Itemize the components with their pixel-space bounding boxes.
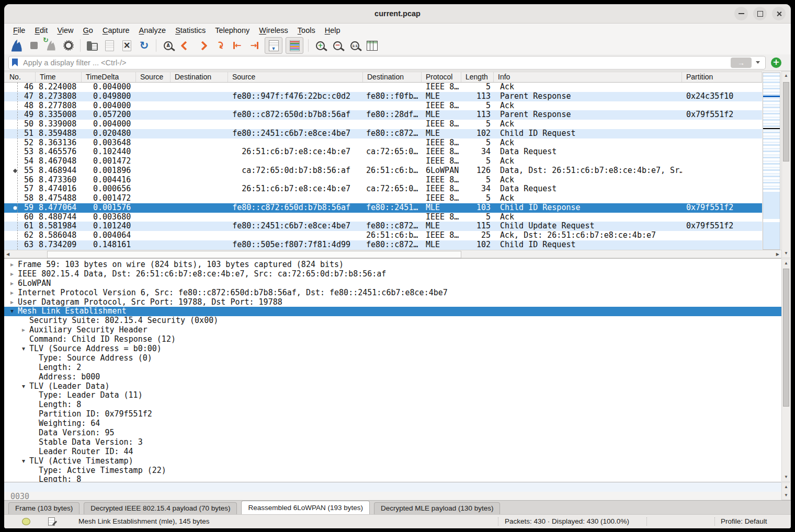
auto-scroll-icon[interactable] (265, 37, 282, 54)
stop-capture-icon[interactable] (27, 38, 41, 53)
add-filter-button[interactable] (771, 57, 781, 68)
packet-row-51[interactable]: 518.3594880.020480fe80::2451:c6b7:e8ce:4… (4, 129, 762, 138)
packet-row-49[interactable]: 498.3350080.057200fe80::c872:650d:b7b8:5… (4, 110, 762, 120)
detail-line[interactable]: Security Suite: 802.15.4 Security (0x00) (4, 316, 781, 326)
menu-go[interactable]: Go (78, 25, 98, 36)
expand-icon[interactable]: ▸ (10, 279, 14, 288)
detail-line[interactable]: ▾Mesh Link Establishment (4, 307, 781, 316)
expand-icon[interactable]: ▸ (10, 270, 14, 279)
column-header-0[interactable]: No. (4, 72, 36, 82)
packet-row-55[interactable]: 558.4689440.001896ca:72:65:0d:b7:b8:56:a… (4, 166, 762, 176)
menu-telephony[interactable]: Telephony (210, 25, 254, 36)
scroll-up-icon[interactable]: ▲ (782, 484, 790, 490)
detail-line[interactable]: Partition ID: 0x79f551f2 (4, 410, 781, 419)
bytes-tab-2[interactable]: Reassembled 6LoWPAN (193 bytes) (241, 501, 370, 514)
previous-packet-icon[interactable] (178, 38, 192, 53)
zoom-out-icon[interactable] (331, 38, 345, 53)
menu-capture[interactable]: Capture (98, 25, 134, 36)
open-file-icon[interactable] (85, 38, 99, 53)
packet-row-56[interactable]: 568.4733600.004416IEEE 8…5Ack (4, 176, 762, 185)
packet-list-scrollbar[interactable]: ▲ ▼ (781, 71, 791, 258)
expand-icon[interactable]: ▸ (10, 288, 14, 298)
save-file-icon[interactable] (103, 38, 117, 53)
zoom-original-icon[interactable] (348, 38, 362, 53)
detail-line[interactable]: Length: 8 (4, 475, 781, 482)
column-header-9[interactable]: Info (494, 72, 682, 82)
packet-row-46[interactable]: 468.2240080.004000IEEE 8…5Ack (4, 83, 762, 92)
collapse-icon[interactable]: ▾ (10, 307, 14, 316)
menu-tools[interactable]: Tools (293, 25, 320, 36)
intelligent-scrollbar-minimap[interactable] (763, 72, 780, 250)
scroll-down-icon[interactable]: ▼ (782, 250, 790, 257)
expand-icon[interactable]: ▸ (10, 260, 14, 270)
status-profile[interactable]: Profile: Default (721, 517, 767, 525)
detail-line[interactable]: Data Version: 95 (4, 429, 781, 438)
packet-row-48[interactable]: 488.2778080.004000IEEE 8…5Ack (4, 101, 762, 111)
expert-info-icon[interactable] (22, 518, 30, 525)
packet-row-52[interactable]: 528.3631360.003648IEEE 8…5Ack (4, 138, 762, 148)
packet-row-50[interactable]: 508.3390080.004000IEEE 8…5Ack (4, 120, 762, 129)
go-to-packet-icon[interactable] (213, 38, 227, 53)
detail-line[interactable]: Length: 8 (4, 400, 781, 410)
packet-row-59[interactable]: 598.4770640.001576fe80::c872:650d:b7b8:5… (4, 203, 762, 213)
scroll-down-icon[interactable]: ▼ (782, 474, 790, 480)
detail-line[interactable]: Stable Data Version: 3 (4, 438, 781, 447)
detail-line[interactable]: Weighting: 64 (4, 419, 781, 429)
last-packet-icon[interactable]: → (247, 38, 262, 53)
scroll-left-icon[interactable]: ◀ (6, 251, 9, 258)
packet-row-61[interactable]: 618.5819840.101240fe80::2451:c6b7:e8ce:4… (4, 222, 762, 231)
detail-line[interactable]: Type: Leader Data (11) (4, 391, 781, 400)
bytes-tab-3[interactable]: Decrypted MLE payload (130 bytes) (374, 502, 500, 514)
packet-row-62[interactable]: 628.5860480.00406426:51:c6:b…IEEE 8…25Ac… (4, 231, 762, 240)
bytes-scrollbar[interactable]: ▲ ▼ (781, 482, 791, 500)
column-header-6[interactable]: Destination (363, 72, 422, 82)
packet-row-53[interactable]: 538.4655760.10244026:51:c6:b7:e8:ce:4b:e… (4, 147, 762, 157)
menu-view[interactable]: View (52, 25, 78, 36)
packet-list-hscrollbar[interactable]: ◀ ▶ (4, 250, 781, 258)
detail-line[interactable]: ▾TLV (Leader Data) (4, 382, 781, 391)
bytes-tab-0[interactable]: Frame (103 bytes) (8, 502, 80, 514)
expand-icon[interactable]: ▸ (10, 298, 14, 307)
column-header-5[interactable]: Source (228, 72, 363, 82)
filter-dropdown-caret[interactable] (756, 61, 760, 64)
column-header-8[interactable]: Length (461, 72, 494, 82)
column-header-2[interactable]: TimeDelta (82, 72, 136, 82)
capture-comment-icon[interactable] (48, 517, 55, 526)
colorize-packets-icon[interactable] (286, 37, 303, 54)
detail-line[interactable]: ▸User Datagram Protocol, Src Port: 19788… (4, 298, 781, 307)
packet-row-58[interactable]: 588.4754880.001472IEEE 8…5Ack (4, 194, 762, 203)
column-header-4[interactable]: Destination (171, 72, 228, 82)
column-header-7[interactable]: Protocol (422, 72, 461, 82)
expand-icon[interactable]: ▸ (22, 326, 25, 335)
packet-row-57[interactable]: 578.4740160.00065626:51:c6:b7:e8:ce:4b:e… (4, 184, 762, 194)
collapse-icon[interactable]: ▾ (22, 382, 25, 391)
menu-file[interactable]: File (8, 25, 30, 36)
menu-statistics[interactable]: Statistics (171, 25, 210, 36)
packet-row-47[interactable]: 478.2738080.049800fe80::947f:f476:22bc:c… (4, 92, 762, 101)
zoom-in-icon[interactable] (313, 38, 327, 53)
detail-line[interactable]: Address: b000 (4, 373, 781, 382)
detail-line[interactable]: ▸IEEE 802.15.4 Data, Dst: 26:51:c6:b7:e8… (4, 270, 781, 279)
detail-line[interactable]: ▸Internet Protocol Version 6, Src: fe80:… (4, 288, 781, 298)
detail-line[interactable]: ▸Frame 59: 103 bytes on wire (824 bits),… (4, 260, 781, 270)
resize-columns-icon[interactable] (365, 38, 379, 53)
detail-line[interactable]: Command: Child ID Response (12) (4, 335, 781, 344)
restart-capture-icon[interactable] (44, 38, 58, 53)
menu-edit[interactable]: Edit (30, 25, 52, 36)
filter-bookmark-icon[interactable] (12, 59, 18, 66)
bytes-tab-1[interactable]: Decrypted IEEE 802.15.4 payload (70 byte… (84, 502, 237, 514)
display-filter-input[interactable] (22, 58, 731, 67)
column-header-1[interactable]: Time (36, 72, 82, 82)
detail-line[interactable]: Type: Active Timestamp (22) (4, 466, 781, 476)
next-packet-icon[interactable] (196, 38, 210, 53)
scrollbar-thumb[interactable] (783, 269, 789, 407)
close-button[interactable] (772, 7, 786, 20)
minimize-button[interactable] (734, 7, 748, 20)
scroll-right-icon[interactable]: ▶ (776, 251, 779, 258)
details-scrollbar[interactable]: ▲ ▼ (781, 259, 791, 482)
collapse-icon[interactable]: ▾ (22, 344, 25, 354)
scrollbar-thumb[interactable] (47, 251, 461, 258)
detail-line[interactable]: Leader Router ID: 44 (4, 447, 781, 457)
first-packet-icon[interactable]: ← (230, 38, 244, 53)
maximize-button[interactable] (753, 7, 767, 20)
